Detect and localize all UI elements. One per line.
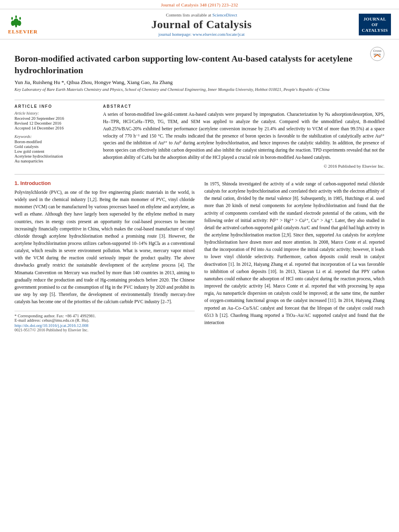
- intro-left-text: Polyvinylchloride (PVC), as one of the t…: [14, 189, 195, 306]
- intro-body: 1. Introduction Polyvinylchloride (PVC),…: [14, 180, 385, 333]
- svg-point-4: [11, 17, 13, 20]
- abstract-text: A series of boron-modified low-gold-cont…: [103, 111, 385, 161]
- journal-title: Journal of Catalysis: [44, 18, 359, 31]
- accepted-date: Accepted 14 December 2016: [14, 126, 95, 130]
- article-info-col: ARTICLE INFO Article history: Received 2…: [14, 104, 95, 168]
- header-center: Contents lists available at ScienceDirec…: [44, 12, 359, 37]
- keywords-label: Keywords:: [14, 134, 95, 139]
- intro-right-col: In 1975, Shinoda investigated the activi…: [204, 180, 385, 333]
- keywords-list: Boron-modifiedGold catalystsLow gold con…: [14, 140, 95, 163]
- received-date: Received 20 September 2016: [14, 116, 95, 121]
- header: ELSEVIER Contents lists available at Sci…: [0, 9, 399, 39]
- doi-line[interactable]: http://dx.doi.org/10.1016/j.jcat.2016.12…: [14, 323, 195, 328]
- elsevier-logo: ELSEVIER: [8, 14, 44, 35]
- elsevier-label: ELSEVIER: [8, 29, 38, 35]
- issn-line: 0021-9517/© 2016 Published by Elsevier I…: [14, 328, 195, 332]
- email-note: E-mail address: cehus@imu.edu.cn (R. Hu)…: [14, 318, 195, 322]
- star-note: * Corresponding author. Fax: +86 471 499…: [14, 314, 195, 318]
- keyword-item: Gold catalysts: [14, 144, 95, 149]
- section-divider: [14, 174, 385, 175]
- affiliation: Key Laboratory of Rare Earth Materials C…: [14, 87, 366, 92]
- sciencedirect-link[interactable]: ScienceDirect: [212, 12, 237, 17]
- keyword-item: Boron-modified: [14, 140, 95, 144]
- abstract-col: ABSTRACT A series of boron-modified low-…: [103, 104, 385, 168]
- history-label: Article history:: [14, 111, 95, 115]
- svg-point-3: [17, 21, 21, 26]
- intro-right-text: In 1975, Shinoda investigated the activi…: [204, 180, 385, 326]
- crossmark-icon: Cross Mark: [370, 47, 385, 63]
- contents-available: Contents lists available at ScienceDirec…: [44, 12, 359, 17]
- keyword-item: Au nanoparticles: [14, 159, 95, 163]
- main-content: Boron-modified activated carbon supporti…: [0, 46, 399, 340]
- article-info-abstract: ARTICLE INFO Article history: Received 2…: [14, 100, 385, 168]
- homepage-link[interactable]: journal homepage: www.elsevier.com/locat…: [158, 32, 245, 37]
- svg-point-5: [19, 17, 21, 20]
- intro-heading: 1. Introduction: [14, 180, 195, 186]
- abstract-label: ABSTRACT: [103, 104, 385, 109]
- revised-date: Revised 12 December 2016: [14, 121, 95, 125]
- article-info-label: ARTICLE INFO: [14, 104, 95, 109]
- journal-reference: Journal of Catalysis 348 (2017) 223–232: [0, 0, 399, 9]
- keyword-item: Low gold content: [14, 149, 95, 154]
- svg-point-6: [15, 15, 17, 18]
- svg-text:Cross: Cross: [373, 49, 382, 53]
- homepage-line: journal homepage: www.elsevier.com/locat…: [44, 32, 359, 37]
- intro-left-col: 1. Introduction Polyvinylchloride (PVC),…: [14, 180, 195, 333]
- journal-badge: JOURNAL OF CATALYSIS: [359, 14, 391, 36]
- paper-title: Boron-modified activated carbon supporti…: [14, 53, 366, 76]
- footnote-area: * Corresponding author. Fax: +86 471 499…: [14, 311, 195, 332]
- copyright: © 2016 Published by Elsevier Inc.: [103, 164, 385, 168]
- authors: Yun Jia, Ruisheng Hu *, Qihua Zhou, Hong…: [14, 79, 366, 86]
- elsevier-tree-icon: [8, 14, 24, 29]
- keyword-item: Acetylene hydrochlorination: [14, 154, 95, 158]
- svg-point-2: [11, 21, 14, 26]
